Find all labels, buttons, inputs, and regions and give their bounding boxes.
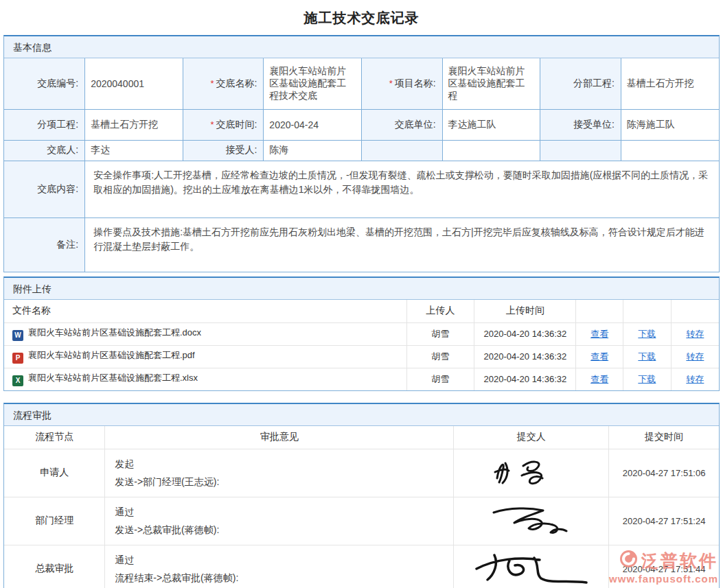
basic-info-section: 基本信息 交底编号: 2020040001 *交底名称: 襄阳火车站站前片区基础… xyxy=(3,35,720,272)
opinion-line: 通过 xyxy=(115,503,444,521)
signature-image xyxy=(491,504,572,538)
empty-value-cell xyxy=(621,140,719,161)
approval-section-title: 流程审批 xyxy=(4,404,719,426)
required-asterisk: * xyxy=(210,119,214,130)
upload-time-cell: 2020-04-20 14:36:32 xyxy=(474,368,576,390)
column-header-action xyxy=(671,300,719,322)
column-header-action xyxy=(623,300,672,322)
opinion-line: 流程结束->总裁审批(蒋德帧): xyxy=(115,569,444,587)
excel-file-icon: X xyxy=(12,375,23,386)
file-name: 襄阳火车站站前片区基础设施配套工程.pdf xyxy=(28,350,195,360)
column-header-flow-node: 流程节点 xyxy=(4,426,105,449)
file-name: 襄阳火车站站前片区基础设施配套工程.xlsx xyxy=(28,373,198,383)
opinion-line: 发起 xyxy=(115,455,444,473)
field-value-discloser: 李达 xyxy=(85,140,183,161)
field-label-disclosure-name: *交底名称: xyxy=(183,58,264,109)
view-link[interactable]: 查看 xyxy=(590,329,608,339)
submitter-cell xyxy=(454,497,609,545)
approval-row: 申请人 发起 发送->部门经理(王志远): 2020-04-27 17:51:0… xyxy=(4,449,719,497)
column-header-upload-time: 上传时间 xyxy=(474,300,576,322)
opinion-line: 发送->总裁审批(蒋德帧): xyxy=(115,521,444,539)
submitter-cell xyxy=(454,545,609,588)
approval-table: 流程节点 审批意见 提交人 提交时间 申请人 发起 发送->部门经理(王志远):… xyxy=(4,426,719,588)
flow-node-cell: 申请人 xyxy=(4,449,105,497)
transfer-link[interactable]: 转存 xyxy=(686,329,704,339)
field-label-discloser: 交底人: xyxy=(4,140,85,161)
field-value-disclosure-content: 安全操作事项:人工开挖基槽，应经常检查边坡的土质情况，-但发现有裂缝、疏松土或支… xyxy=(85,161,719,217)
approval-section: 流程审批 流程节点 审批意见 提交人 提交时间 申请人 发起 发送->部门经理(… xyxy=(3,403,720,588)
field-value-receive-unit: 陈海施工队 xyxy=(621,109,719,140)
field-label-division-work: 分部工程: xyxy=(540,58,621,109)
field-label-subitem-work: 分项工程: xyxy=(4,109,85,140)
view-link[interactable]: 查看 xyxy=(590,374,608,384)
empty-value-cell xyxy=(442,140,540,161)
field-value-project-name: 襄阳火车站站前片区基础设施配套工程 xyxy=(442,58,540,109)
flow-node-cell: 部门经理 xyxy=(4,497,105,545)
field-label-receiver: 接受人: xyxy=(183,140,264,161)
signature-image xyxy=(490,457,573,489)
column-header-file-name: 文件名称 xyxy=(4,300,406,322)
field-label-receive-unit: 接受单位: xyxy=(540,109,621,140)
attachments-section: 附件上传 文件名称 上传人 上传时间 W襄阳火车站站前片区基础设施配套工程.do… xyxy=(3,277,720,391)
basic-info-table: 交底编号: 2020040001 *交底名称: 襄阳火车站站前片区基础设施配套工… xyxy=(4,58,719,272)
download-link[interactable]: 下载 xyxy=(638,374,656,384)
opinion-cell: 通过 流程结束->总裁审批(蒋德帧): xyxy=(105,545,454,588)
approval-row: 部门经理 通过 发送->总裁审批(蒋德帧): 2020-04-27 17:51:… xyxy=(4,497,719,545)
signature-image xyxy=(471,551,592,587)
transfer-link[interactable]: 转存 xyxy=(686,351,704,362)
file-name-cell: W襄阳火车站站前片区基础设施配套工程.docx xyxy=(4,322,406,345)
attachment-row: X襄阳火车站站前片区基础设施配套工程.xlsx 胡雪 2020-04-20 14… xyxy=(4,368,719,390)
upload-time-cell: 2020-04-20 14:36:32 xyxy=(474,322,576,345)
field-value-disclosure-no: 2020040001 xyxy=(85,58,183,109)
opinion-line: 通过 xyxy=(115,551,444,569)
file-name: 襄阳火车站站前片区基础设施配套工程.docx xyxy=(28,327,201,338)
attachment-row: W襄阳火车站站前片区基础设施配套工程.docx 胡雪 2020-04-20 14… xyxy=(4,322,719,345)
field-value-remark: 操作要点及技术措施:基槽土石方开挖前应先用石灰粉划出地梁、基槽的开挖范围，土石方… xyxy=(85,217,719,272)
opinion-line: 发送->部门经理(王志远): xyxy=(115,473,444,491)
field-label-disclosure-unit: 交底单位: xyxy=(361,109,442,140)
attachments-header-row: 文件名称 上传人 上传时间 xyxy=(4,300,719,322)
column-header-opinion: 审批意见 xyxy=(105,426,454,449)
download-link[interactable]: 下载 xyxy=(638,351,656,362)
view-link[interactable]: 查看 xyxy=(590,351,608,362)
word-file-icon: W xyxy=(12,330,23,341)
field-label-remark: 备注: xyxy=(4,217,85,272)
uploader-cell: 胡雪 xyxy=(406,345,474,368)
field-value-receiver: 陈海 xyxy=(264,140,362,161)
opinion-cell: 通过 发送->总裁审批(蒋德帧): xyxy=(105,497,454,545)
uploader-cell: 胡雪 xyxy=(406,322,474,345)
required-asterisk: * xyxy=(389,78,393,89)
field-value-disclosure-name: 襄阳火车站站前片区基础设施配套工程技术交底 xyxy=(264,58,362,109)
field-label-disclosure-date: *交底时间: xyxy=(183,109,264,140)
empty-label-cell xyxy=(361,140,442,161)
field-label-disclosure-no: 交底编号: xyxy=(4,58,85,109)
attachments-table: 文件名称 上传人 上传时间 W襄阳火车站站前片区基础设施配套工程.docx 胡雪… xyxy=(4,300,719,390)
file-name-cell: X襄阳火车站站前片区基础设施配套工程.xlsx xyxy=(4,368,406,390)
page-title: 施工技术交底记录 xyxy=(0,0,723,35)
submit-time-cell: 2020-04-27 17:51:24 xyxy=(609,497,719,545)
field-value-disclosure-unit: 李达施工队 xyxy=(442,109,540,140)
submit-time-cell: 2020-04-27 17:51:44 xyxy=(609,545,719,588)
empty-label-cell xyxy=(540,140,621,161)
opinion-cell: 发起 发送->部门经理(王志远): xyxy=(105,449,454,497)
pdf-file-icon: P xyxy=(12,353,23,364)
uploader-cell: 胡雪 xyxy=(406,368,474,390)
column-header-submitter: 提交人 xyxy=(454,426,609,449)
field-value-subitem-work: 基槽土石方开挖 xyxy=(85,109,183,140)
approval-row: 总裁审批 通过 流程结束->总裁审批(蒋德帧): 2020-04-27 17:5… xyxy=(4,545,719,588)
upload-time-cell: 2020-04-20 14:36:32 xyxy=(474,345,576,368)
field-value-division-work: 基槽土石方开挖 xyxy=(621,58,719,109)
transfer-link[interactable]: 转存 xyxy=(686,374,704,384)
attachment-row: P襄阳火车站站前片区基础设施配套工程.pdf 胡雪 2020-04-20 14:… xyxy=(4,345,719,368)
column-header-uploader: 上传人 xyxy=(406,300,474,322)
field-label-project-name: *项目名称: xyxy=(361,58,442,109)
submitter-cell xyxy=(454,449,609,497)
required-asterisk: * xyxy=(210,78,214,89)
download-link[interactable]: 下载 xyxy=(638,329,656,339)
basic-info-section-title: 基本信息 xyxy=(4,36,719,58)
column-header-action xyxy=(576,300,623,322)
field-label-disclosure-content: 交底内容: xyxy=(4,161,85,217)
attachments-section-title: 附件上传 xyxy=(4,278,719,300)
flow-node-cell: 总裁审批 xyxy=(4,545,105,588)
approval-header-row: 流程节点 审批意见 提交人 提交时间 xyxy=(4,426,719,449)
